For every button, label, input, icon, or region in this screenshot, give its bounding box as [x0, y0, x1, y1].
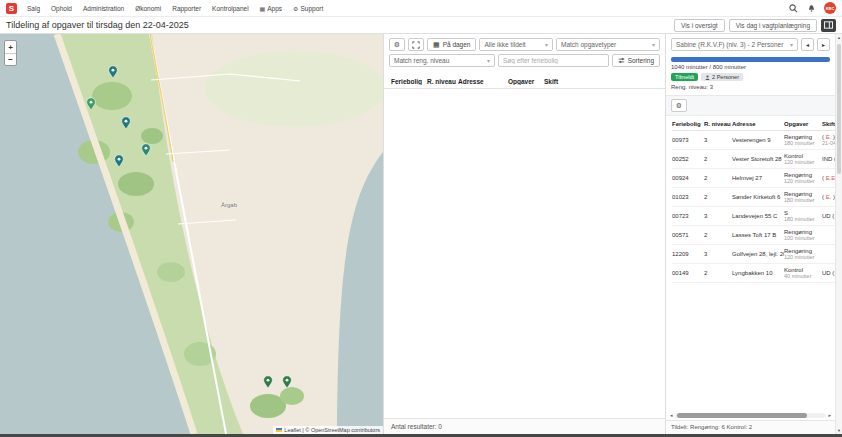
assignment-row[interactable]: 009242Helmvej 27Rengøring120 minutter( E… [672, 169, 835, 188]
gear-icon: ⚙ [293, 5, 298, 12]
column-header[interactable]: Skift [822, 121, 835, 127]
vis-dag-i-vagtplanlaegning-button[interactable]: Vis dag i vagtplanlægning [729, 19, 817, 32]
navbar-item-rapporter[interactable]: Rapporter [172, 5, 201, 12]
column-header[interactable]: Opgaver [508, 78, 544, 85]
search-feriebolig-input[interactable] [498, 54, 609, 67]
navbar-item-administration[interactable]: Administration [83, 5, 124, 12]
navbar-item-kontrolpanel[interactable]: Kontrolpanel [212, 5, 249, 12]
sortering-icon [618, 57, 625, 64]
opgavetyper-select[interactable]: Match opgavetyper▾ [556, 38, 660, 51]
next-team-button[interactable]: ▸ [817, 38, 830, 51]
notifications-bell-icon[interactable] [806, 3, 816, 13]
opgave: Rengøring100 minutter [784, 229, 822, 241]
column-header[interactable]: Opgaver [784, 121, 822, 127]
results-table-body-empty [384, 89, 665, 418]
reng-niveau-text: Reng. niveau: 3 [671, 84, 830, 90]
column-header[interactable]: Feriebolig [672, 121, 704, 127]
team-select[interactable]: Sabine (R.K.V.F) (niv. 3) - 2 Personer▾ [671, 38, 798, 51]
assignments-settings-button[interactable]: ⚙ [671, 99, 687, 112]
map-canvas[interactable] [0, 34, 383, 434]
assignment-row[interactable]: 002522Vester Storetoft 28Kontrol120 minu… [672, 150, 835, 169]
adresse: Golfvejen 28, lejl. 209 [732, 251, 784, 257]
column-header[interactable]: Feriebolig [391, 78, 427, 85]
chevron-down-icon: ▾ [652, 41, 655, 48]
feriebolig-id: 12209 [672, 251, 704, 257]
assignment-row[interactable]: 010232Sønder Kirketoft 6Rengøring180 min… [672, 188, 835, 207]
team-panel: Sabine (R.K.V.F) (niv. 3) - 2 Personer▾ … [665, 34, 835, 434]
adresse: Landevejen 55 C [732, 213, 784, 219]
top-navbar: S SalgOpholdAdministrationØkonomiRapport… [0, 0, 842, 17]
user-avatar[interactable]: KBC [824, 2, 836, 14]
feriebolig-id: 01023 [672, 194, 704, 200]
navbar-item-økonomi[interactable]: Økonomi [135, 5, 161, 12]
arrow-left-icon: ◂ [806, 41, 809, 48]
zoom-out-button[interactable]: − [5, 53, 16, 65]
scroll-left-icon[interactable]: ◂ [670, 413, 673, 418]
r-niveau: 3 [704, 137, 732, 143]
title-bar: Tildeling af opgaver til tirsdag den 22-… [0, 17, 842, 34]
column-header[interactable]: Skift [544, 78, 658, 85]
scroll-up-icon[interactable]: ▲ [836, 35, 842, 40]
map-zoom-control: + − [4, 40, 17, 66]
chevron-down-icon: ▾ [790, 41, 793, 48]
assignments-table-header: FerieboligR. niveauAdresseOpgaverSkift [672, 116, 835, 131]
r-niveau: 3 [704, 251, 732, 257]
adresse: Helmvej 27 [732, 175, 784, 181]
skift: UD ( E. [822, 270, 835, 276]
vis-i-oversigt-button[interactable]: Vis i oversigt [674, 19, 725, 32]
scrollbar-thumb[interactable] [677, 413, 808, 418]
panel-layout-icon [824, 21, 833, 29]
skift: IND ( E. [822, 156, 835, 162]
status-select[interactable]: Alle ikke tildelt▾ [479, 38, 553, 51]
settings-gear-button[interactable]: ⚙ [389, 38, 405, 51]
horizontal-scrollbar[interactable]: ◂ ▸ [666, 410, 835, 420]
assignment-row[interactable]: 007233Landevejen 55 CS180 minutterUD ( E… [672, 207, 835, 226]
column-header[interactable]: R. niveau [427, 78, 458, 85]
navbar-item-ophold[interactable]: Ophold [51, 5, 72, 12]
adresse: Sønder Kirketoft 6 [732, 194, 784, 200]
column-header[interactable]: Adresse [732, 121, 784, 127]
scroll-right-icon[interactable]: ▸ [828, 413, 831, 418]
app-logo[interactable]: S [6, 3, 17, 14]
r-niveau: 2 [704, 156, 732, 162]
r-niveau: 2 [704, 270, 732, 276]
opgave: Rengøring180 minutter [784, 191, 822, 203]
ukraine-flag-icon [276, 428, 282, 432]
navbar-item-salg[interactable]: Salg [27, 5, 40, 12]
results-count: Antal resultater: 0 [384, 418, 665, 434]
r-niveau: 3 [704, 213, 732, 219]
opgave: Rengøring120 minutter [784, 172, 822, 184]
zoom-in-button[interactable]: + [5, 41, 16, 53]
attribution-text[interactable]: Leaflet | © OpenStreetMap contributors [284, 427, 380, 433]
panel-toggle-button[interactable] [821, 19, 836, 32]
navbar-item-apps[interactable]: ▦Apps [260, 5, 283, 12]
adresse: Vester Storetoft 28 [732, 156, 784, 162]
chevron-down-icon: ▾ [487, 57, 490, 64]
previous-team-button[interactable]: ◂ [801, 38, 814, 51]
adresse: Vesterengen 9 [732, 137, 784, 143]
pa-dagen-button[interactable]: ▦ På dagen [427, 38, 476, 51]
column-header[interactable]: R. niveau [704, 121, 732, 127]
assignment-row[interactable]: 009733Vesterengen 9Rengøring180 minutter… [672, 131, 835, 150]
skift: ( E. )21-04-202 [822, 134, 835, 146]
search-icon[interactable] [788, 3, 798, 13]
adresse: Lasses Toft 17 B [732, 232, 784, 238]
page-scrollbar[interactable]: ▲ ▼ [835, 34, 842, 434]
skift: ( E.E ) [822, 175, 835, 181]
feriebolig-id: 00149 [672, 270, 704, 276]
reng-niveau-select[interactable]: Match reng. niveau▾ [389, 54, 495, 67]
navbar-item-support[interactable]: ⚙Support [293, 5, 323, 12]
column-header[interactable]: Adresse [458, 78, 508, 85]
arrow-right-icon: ▸ [822, 41, 825, 48]
feriebolig-id: 00973 [672, 137, 704, 143]
gear-icon: ⚙ [676, 102, 682, 110]
assignment-row[interactable]: 122093Golfvejen 28, lejl. 209Rengøring12… [672, 245, 835, 264]
sortering-button[interactable]: Sortering [612, 54, 660, 67]
assignment-row[interactable]: 005712Lasses Toft 17 BRengøring100 minut… [672, 226, 835, 245]
map-panel[interactable]: + − Årgab Leaflet | © OpenStreetMap cont… [0, 34, 383, 434]
scroll-down-icon[interactable]: ▼ [836, 428, 842, 433]
navbar-right: KBC [788, 2, 836, 14]
page-scrollbar-thumb[interactable] [837, 44, 841, 174]
expand-button[interactable] [408, 38, 424, 51]
assignment-row[interactable]: 001492Lyngbakken 10Kontrol40 minutterUD … [672, 264, 835, 283]
